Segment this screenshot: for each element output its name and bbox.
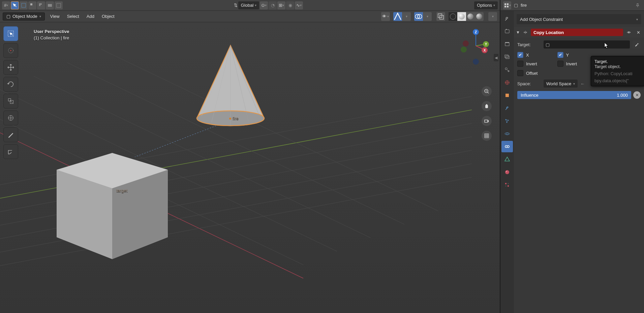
tab-physics-icon[interactable]: [501, 128, 513, 139]
gizmo-x-icon[interactable]: X: [482, 47, 488, 53]
svg-point-32: [10, 50, 11, 51]
constraint-eye-icon[interactable]: [625, 29, 633, 36]
tab-data-icon[interactable]: [501, 154, 513, 165]
pivot-icon[interactable]: ⊙▾: [260, 1, 268, 9]
cone-label: fire: [229, 116, 239, 121]
overlays-toggle-icon[interactable]: [414, 12, 423, 21]
tab-scene-icon[interactable]: [501, 64, 513, 75]
snap-toggle-icon[interactable]: ◔: [269, 1, 277, 9]
svg-point-71: [506, 171, 507, 172]
viewport-toolbar: #▾ ⇅ Global▾ ⊙▾ ◔ ⊞▾ ◉ ∿▾ Options▾: [0, 0, 500, 11]
gizmo-neg-x-icon[interactable]: [463, 40, 469, 46]
tab-modifier-icon[interactable]: [501, 102, 513, 114]
gizmo-toggle-icon[interactable]: [393, 12, 402, 21]
shading-wireframe-icon[interactable]: [449, 12, 457, 21]
select-sub-icon[interactable]: [46, 1, 54, 9]
constraint-collapse-icon[interactable]: ▼: [516, 30, 520, 35]
xray-toggle-icon[interactable]: [436, 12, 445, 21]
constraint-name-field[interactable]: Copy Location: [531, 29, 623, 36]
checkbox-x[interactable]: ✔X: [517, 52, 537, 58]
svg-rect-73: [508, 183, 509, 184]
space-owner-dropdown[interactable]: World Space▾: [544, 80, 578, 88]
tab-world-icon[interactable]: [501, 77, 513, 88]
select-invert-icon[interactable]: [28, 1, 36, 9]
svg-point-59: [505, 68, 507, 70]
constraint-delete-icon[interactable]: ✕: [635, 29, 642, 36]
sidebar-collapse-icon[interactable]: ◀: [494, 54, 498, 61]
cone-object[interactable]: [195, 44, 266, 128]
shading-rendered-icon[interactable]: [475, 12, 484, 21]
svg-rect-50: [507, 3, 509, 5]
tab-texture-icon[interactable]: [501, 179, 513, 191]
visibility-icon[interactable]: 👁▾: [381, 12, 390, 21]
mode-select-dropdown[interactable]: ▢ Object Mode ▾: [3, 12, 45, 21]
select-intersect-icon[interactable]: [37, 1, 45, 9]
tool-transform[interactable]: [3, 111, 18, 125]
constraint-body: Target: ▢ ✔X Invert ✔Y: [514, 38, 644, 102]
menu-object[interactable]: Object: [100, 14, 117, 19]
tool-measure[interactable]: [3, 144, 18, 159]
tool-annotate[interactable]: [3, 127, 18, 142]
editor-type-icon[interactable]: ▾: [503, 1, 511, 9]
menu-add[interactable]: Add: [85, 14, 96, 19]
viewport-info: User Perspective (1) Collection | fire: [34, 29, 69, 40]
gizmo-neg-z-icon[interactable]: [473, 59, 479, 65]
tool-select-box[interactable]: [3, 26, 18, 41]
svg-rect-49: [504, 3, 506, 5]
viewport-info-collection: (1) Collection | fire: [34, 35, 69, 40]
gizmo-y-icon[interactable]: Y: [483, 41, 489, 47]
tab-material-icon[interactable]: [501, 166, 513, 178]
select-box-icon[interactable]: [11, 1, 19, 9]
cursor-tool-icon[interactable]: #▾: [2, 1, 10, 9]
gizmo-z-icon[interactable]: Z: [473, 29, 479, 35]
influence-clear-icon[interactable]: ✕: [633, 91, 641, 99]
camera-view-icon[interactable]: [482, 116, 492, 126]
menu-select[interactable]: Select: [65, 14, 81, 19]
proportional-toggle-icon[interactable]: ◉: [286, 1, 294, 9]
perspective-toggle-icon[interactable]: [482, 131, 492, 141]
eyedropper-icon[interactable]: [633, 40, 641, 49]
gizmo-neg-y-icon[interactable]: [461, 46, 467, 53]
select-rect-icon[interactable]: [20, 1, 28, 9]
cube-label: target: [116, 188, 127, 193]
orientation-icon: ⇅: [234, 3, 238, 8]
gizmo-dropdown-icon[interactable]: ▾: [402, 12, 411, 21]
tab-constraints-icon[interactable]: [501, 141, 513, 152]
cube-object[interactable]: [53, 150, 171, 262]
snap-type-icon[interactable]: ⊞▾: [277, 1, 285, 9]
checkbox-invert-y[interactable]: Invert: [557, 61, 577, 67]
pin-icon[interactable]: [634, 2, 641, 9]
shading-options-icon[interactable]: ▾: [488, 12, 497, 21]
tool-cursor[interactable]: [3, 43, 18, 58]
3d-viewport[interactable]: target fire: [0, 22, 500, 313]
shading-material-icon[interactable]: [466, 12, 475, 21]
influence-slider[interactable]: Influence 1.000: [517, 91, 631, 99]
tab-viewlayer-icon[interactable]: [501, 51, 513, 63]
checkbox-invert-x-label: Invert: [526, 61, 537, 66]
target-field[interactable]: ▢: [544, 40, 630, 49]
checkbox-y[interactable]: ✔Y: [557, 52, 577, 58]
tab-particles-icon[interactable]: [501, 115, 513, 127]
menu-view[interactable]: View: [48, 14, 62, 19]
nav-gizmo[interactable]: Z Y X: [459, 29, 490, 73]
toolbar-left: [3, 26, 18, 159]
select-add-icon[interactable]: [55, 1, 63, 9]
tab-tool-icon[interactable]: [501, 13, 513, 24]
add-constraint-dropdown[interactable]: Add Object Constraint ▾: [517, 14, 641, 24]
tool-rotate[interactable]: [3, 77, 18, 92]
overlays-dropdown-icon[interactable]: ▾: [423, 12, 432, 21]
tab-output-icon[interactable]: [501, 38, 513, 50]
options-dropdown[interactable]: Options▾: [474, 1, 498, 9]
breadcrumb-object-name: fire: [521, 3, 631, 8]
pan-icon[interactable]: [482, 101, 492, 111]
tab-object-icon[interactable]: [501, 90, 513, 101]
tool-move[interactable]: [3, 60, 18, 75]
checkbox-invert-x[interactable]: Invert: [517, 61, 537, 67]
proportional-falloff-icon[interactable]: ∿▾: [295, 1, 303, 9]
zoom-icon[interactable]: [482, 86, 492, 96]
tab-render-icon[interactable]: [501, 26, 513, 37]
shading-mode-group: [449, 12, 484, 21]
tool-scale[interactable]: [3, 94, 18, 108]
shading-solid-icon[interactable]: [457, 12, 466, 21]
transform-orientation-dropdown[interactable]: Global▾: [238, 1, 259, 9]
